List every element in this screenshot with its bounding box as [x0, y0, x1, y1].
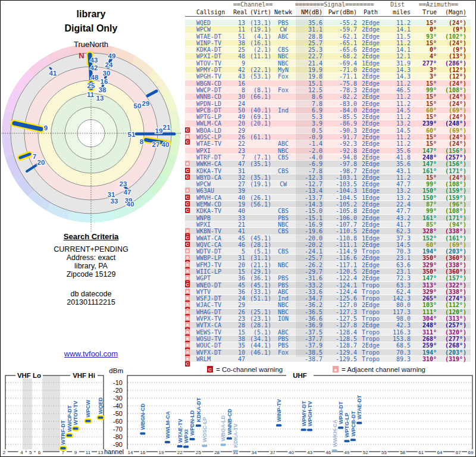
cell-power-dbm: -82.2 [322, 93, 357, 99]
cell-channel-real: 9 [233, 60, 245, 66]
chart-callsign-label: WPTG-LP [345, 413, 350, 438]
cell-network: MyN [271, 67, 295, 73]
cell-noise-margin: -12.3 [295, 174, 322, 180]
cell-path: Tropo [357, 329, 384, 335]
cell-azimuth-magnetic: (156°) [437, 161, 466, 167]
cell-azimuth-magnetic: (94°) [437, 221, 466, 227]
cell-noise-margin: -15.1 [295, 215, 322, 221]
cell-channel-real: 41 [233, 228, 245, 234]
search-criteria-line: Zipcode 15129 [1, 270, 181, 278]
radar-channel-label: 19 [155, 127, 163, 134]
cell-azimuth-true: 15° [411, 80, 437, 86]
cell-noise-margin: -37.9 [295, 342, 322, 348]
cell-distance-miles: 70.3 [384, 349, 411, 355]
cell-channel-virtual [245, 60, 271, 66]
cell-noise-margin: -37.5 [295, 329, 322, 335]
tvfool-link[interactable]: www.tvfool.com [64, 349, 118, 358]
adjacent-channel-warning-badge: a [185, 329, 190, 334]
radar-plot: TrueNorthN434942243048162538111341295092… [1, 36, 186, 236]
table-group-header-signal: ========Signal======== [295, 1, 357, 8]
table-row: aCWJAC-TV29NBC-36.2-127.02Edge80.0103°(1… [185, 302, 471, 308]
cell-path: Tropo [357, 309, 384, 315]
table-row: CWMVH-CA40(26.1)-13.7-104.51Edge13.2150°… [185, 195, 471, 201]
cell-azimuth-true: 304° [411, 315, 437, 321]
cell-azimuth-magnetic: (286°) [437, 60, 466, 66]
cell-network [271, 356, 295, 362]
cell-channel-virtual [245, 228, 271, 234]
cell-noise-margin: -38.5 [295, 349, 322, 355]
cell-power-dbm: -98.7 [322, 168, 357, 174]
column-header: Pwr(dBm) [322, 9, 357, 15]
cell-noise-margin: 19.8 [295, 73, 322, 79]
chart-bar [140, 433, 145, 435]
table-row: aCWOSC-LP26(61.1)-0.9-91.72Edge11.215°(2… [185, 134, 471, 140]
cell-channel-virtual: (53.1) [245, 73, 271, 79]
cell-noise-margin: -6.9 [295, 161, 322, 167]
cell-channel-virtual [245, 127, 271, 133]
channel-tick-label: 19 [159, 450, 164, 455]
cell-callsign: WPCW [195, 181, 233, 187]
cell-callsign: WQVC-CA [195, 242, 233, 248]
cell-channel-real: 27 [233, 181, 245, 187]
table-row: aW63AU39-13.4-104.31Edge13.2150°(159°) [185, 187, 471, 194]
cell-noise-margin: -7.8 [295, 168, 322, 174]
cell-power-dbm: -59.7 [322, 26, 357, 32]
cell-network [271, 322, 295, 328]
cell-azimuth-magnetic: (69°) [437, 107, 466, 113]
cell-network [271, 187, 295, 193]
chart-callsign-label: WBOA-LD [221, 415, 227, 441]
cell-azimuth-true: 268° [411, 336, 437, 342]
cell-azimuth-magnetic: (277°) [437, 336, 466, 342]
channel-tick-label: 28 [214, 450, 220, 455]
cell-azimuth-magnetic: (257°) [437, 322, 466, 328]
cell-power-dbm: -128.7 [322, 342, 357, 348]
cell-path: 2Edge [357, 114, 384, 120]
channel-tick-label: 6 [38, 450, 41, 455]
chart-callsign-label: WPXI [183, 430, 189, 443]
cell-channel-real: 38 [233, 336, 245, 342]
co-channel-legend-text: = Co-channel warning [216, 366, 283, 373]
cell-azimuth-true: 0° [411, 26, 437, 32]
cell-distance-miles: 14.5 [384, 107, 411, 113]
cell-channel-virtual: (21.1) [245, 262, 271, 268]
cell-noise-margin: 5.3 [295, 114, 322, 120]
chart-bar [196, 424, 201, 427]
radar-channel-label: 24 [105, 61, 113, 68]
cell-channel-real: 46 [233, 242, 245, 248]
cell-azimuth-true: 60° [411, 107, 437, 113]
cell-callsign: WVTX-CA [195, 322, 233, 328]
cell-channel-virtual: (7.1) [245, 154, 271, 160]
tvfool-report: library Digital Only TrueNorthN434942243… [0, 0, 476, 457]
dbm-tick-label: -50 [113, 410, 123, 417]
cell-channel-real: 40 [233, 195, 245, 201]
cell-network: NBC [271, 309, 295, 315]
table-row: KDKA-DT25(2.1)CBS25.3-65.62Edge14.10°(9°… [185, 46, 471, 53]
cell-path: 2Edge [357, 302, 384, 308]
column-header: Netwk [271, 9, 295, 15]
cell-power-dbm: -104.3 [322, 187, 357, 193]
chart-callsign-label: WPCB-DT [350, 411, 356, 436]
cell-distance-miles: 63.3 [384, 282, 411, 288]
co-channel-legend-badge-letter: C [208, 367, 212, 373]
cell-callsign: WPXI [195, 221, 233, 227]
table-row: WPGH-TV43(53.1)Fox19.8-71.12Edge14.33°(1… [185, 73, 471, 80]
cell-network [271, 101, 295, 107]
cell-noise-margin: -25.7 [295, 255, 322, 261]
cell-azimuth-true: 350° [411, 268, 437, 274]
cell-azimuth-true: 150° [411, 187, 437, 193]
co-channel-warning-badge: C [185, 208, 190, 213]
chart-callsign-label: WOSC-LP [202, 417, 208, 443]
cell-azimuth-magnetic: (248°) [437, 120, 466, 126]
station-table-header: ==Channel==========Signal========Dist==A… [185, 1, 471, 18]
cell-power-dbm: -78.3 [322, 87, 357, 93]
cell-path: 2Edge [357, 26, 384, 32]
cell-network: PBS [271, 336, 295, 342]
radar-channel-label: 42 [90, 64, 98, 71]
dbm-tick-label: -80 [113, 433, 123, 440]
cell-callsign: WMVH-CA [195, 195, 233, 201]
table-row: WTAE-TV22ABC-1.4-92.32Edge11.215°(24°) [185, 140, 471, 147]
cell-channel-real: 21 [233, 221, 245, 227]
cell-azimuth-magnetic: (360°) [437, 268, 466, 274]
cell-callsign: WWBP-LP [195, 255, 233, 261]
adjacent-channel-warning-badge: a [185, 295, 190, 301]
